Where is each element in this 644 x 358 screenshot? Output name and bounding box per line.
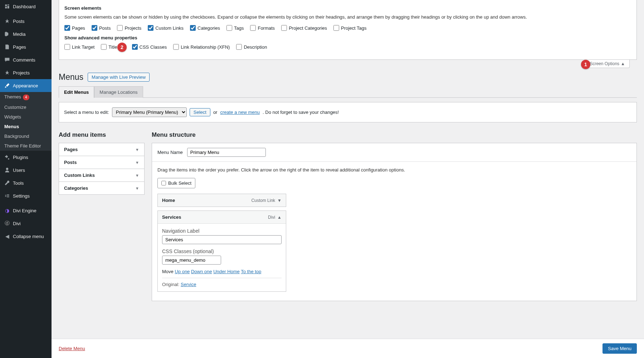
nav-tabs: Edit Menus Manage Locations — [59, 86, 637, 98]
save-menu-button[interactable]: Save Menu — [602, 343, 637, 354]
sidebar-item-plugins[interactable]: Plugins — [0, 151, 52, 164]
annotation-badge-1: 1 — [581, 60, 590, 69]
move-row: Move Up one Down one Under Home To the t… — [162, 269, 282, 274]
menu-item-services: Services Divi▲ Navigation Label CSS Clas… — [157, 211, 286, 292]
sidebar-label: Users — [13, 168, 25, 173]
sidebar-item-collapse[interactable]: ◀Collapse menu — [0, 230, 52, 243]
create-menu-link[interactable]: create a new menu — [220, 110, 260, 115]
page-title: Menus — [59, 72, 83, 82]
page-icon — [4, 43, 11, 50]
acc-pages[interactable]: Pages▼ — [59, 143, 144, 156]
chk-formats[interactable]: Formats — [250, 25, 275, 31]
wrench-icon — [4, 179, 11, 187]
css-classes-input[interactable] — [162, 256, 221, 265]
sidebar-item-divi[interactable]: ⓓDivi — [0, 217, 52, 230]
menu-structure-heading: Menu structure — [152, 131, 637, 139]
update-badge: 4 — [23, 95, 29, 100]
chk-custom-links[interactable]: Custom Links — [148, 25, 184, 31]
live-preview-button[interactable]: Manage with Live Preview — [88, 73, 150, 82]
nav-label-input[interactable] — [162, 235, 282, 244]
submenu-widgets[interactable]: Widgets — [0, 112, 52, 122]
sidebar-item-media[interactable]: Media — [0, 28, 52, 40]
original-label: Original: — [162, 282, 179, 287]
admin-sidebar: Dashboard Posts Media Pages Comments Pro… — [0, 0, 52, 358]
move-up-link[interactable]: Up one — [175, 269, 190, 274]
divi-engine-icon: ◑ — [4, 207, 11, 214]
annotation-badge-2: 2 — [117, 43, 127, 52]
screen-options-panel: Screen elements Some screen elements can… — [59, 0, 637, 60]
sidebar-item-comments[interactable]: Comments — [0, 53, 52, 66]
sidebar-label: Collapse menu — [13, 234, 44, 239]
chk-project-tags[interactable]: Project Tags — [333, 25, 366, 31]
sidebar-label: Settings — [13, 193, 30, 199]
sidebar-item-posts[interactable]: Posts — [0, 15, 52, 28]
comment-icon — [4, 56, 11, 63]
add-items-accordion: Pages▼ Posts▼ Custom Links▼ Categories▼ — [59, 143, 145, 195]
menu-item-header[interactable]: Services Divi▲ — [158, 211, 286, 223]
chk-projects[interactable]: Projects — [117, 25, 141, 31]
sidebar-item-projects[interactable]: Projects — [0, 66, 52, 79]
menu-select-row: Select a menu to edit: Primary Menu (Pri… — [59, 102, 637, 122]
sidebar-label: Appearance — [13, 83, 38, 88]
chevron-down-icon: ▼ — [135, 173, 139, 178]
media-icon — [4, 30, 11, 38]
sidebar-item-dashboard[interactable]: Dashboard — [0, 0, 52, 13]
menu-name-input[interactable] — [187, 148, 266, 157]
sidebar-label: Posts — [13, 19, 25, 24]
sidebar-label: Comments — [13, 57, 35, 63]
sidebar-item-appearance[interactable]: Appearance — [0, 79, 52, 92]
user-icon — [4, 166, 11, 174]
chk-tags[interactable]: Tags — [226, 25, 244, 31]
chk-pages[interactable]: Pages — [64, 25, 85, 31]
chk-categories[interactable]: Categories — [190, 25, 220, 31]
sidebar-item-users[interactable]: Users — [0, 164, 52, 176]
screen-options-toggle[interactable]: Screen Options▲ — [585, 60, 630, 68]
submenu-theme-file-editor[interactable]: Theme File Editor — [0, 141, 52, 151]
sidebar-label: Divi Engine — [13, 208, 36, 213]
tab-manage-locations[interactable]: Manage Locations — [94, 86, 143, 98]
bulk-select[interactable]: Bulk Select — [157, 178, 195, 188]
chk-posts[interactable]: Posts — [92, 25, 111, 31]
chk-description[interactable]: Description — [236, 44, 267, 50]
move-down-link[interactable]: Down one — [191, 269, 212, 274]
pin-icon — [4, 69, 11, 76]
sidebar-item-tools[interactable]: Tools — [0, 176, 52, 189]
menu-item-home: Home Custom Link▼ — [157, 194, 286, 207]
sidebar-label: Tools — [13, 180, 24, 186]
chk-link-relationship[interactable]: Link Relationship (XFN) — [173, 44, 230, 50]
acc-categories[interactable]: Categories▼ — [59, 182, 144, 194]
original-link[interactable]: Service — [181, 282, 196, 287]
submenu-customize[interactable]: Customize — [0, 102, 52, 112]
menu-select[interactable]: Primary Menu (Primary Menu) — [112, 107, 187, 117]
select-button[interactable]: Select — [190, 108, 210, 116]
sidebar-label: Pages — [13, 44, 26, 50]
submenu-themes[interactable]: Themes4 — [0, 92, 52, 102]
acc-posts[interactable]: Posts▼ — [59, 156, 144, 169]
advanced-props-checkboxes: Link Target Title Attr CSS Classes Link … — [64, 44, 631, 50]
dashboard-icon — [4, 3, 11, 10]
acc-custom-links[interactable]: Custom Links▼ — [59, 169, 144, 182]
chevron-up-icon: ▲ — [277, 215, 282, 220]
sidebar-label: Plugins — [13, 155, 28, 160]
sidebar-item-divi-engine[interactable]: ◑Divi Engine — [0, 204, 52, 217]
menu-item-header[interactable]: Home Custom Link▼ — [158, 194, 286, 207]
tab-edit-menus[interactable]: Edit Menus — [59, 86, 94, 98]
chk-css-classes[interactable]: CSS Classes — [132, 44, 167, 50]
footer-bar: Delete Menu Save Menu — [52, 339, 644, 358]
sidebar-item-pages[interactable]: Pages — [0, 40, 52, 53]
chk-project-categories[interactable]: Project Categories — [281, 25, 327, 31]
delete-menu-link[interactable]: Delete Menu — [59, 346, 85, 351]
submenu-menus[interactable]: Menus — [0, 122, 52, 131]
sidebar-label: Projects — [13, 70, 30, 76]
page-header: Menus Manage with Live Preview — [59, 72, 637, 82]
move-top-link[interactable]: To the top — [241, 269, 261, 274]
screen-elements-desc: Some screen elements can be shown or hid… — [64, 14, 631, 20]
move-under-link[interactable]: Under Home — [213, 269, 240, 274]
pin-icon — [4, 18, 11, 25]
chk-link-target[interactable]: Link Target — [64, 44, 94, 50]
sidebar-item-settings[interactable]: Settings — [0, 189, 52, 202]
submenu-background[interactable]: Background — [0, 131, 52, 141]
chevron-down-icon: ▼ — [135, 186, 139, 190]
chevron-down-icon: ▼ — [135, 147, 139, 152]
chevron-down-icon: ▼ — [277, 198, 282, 203]
